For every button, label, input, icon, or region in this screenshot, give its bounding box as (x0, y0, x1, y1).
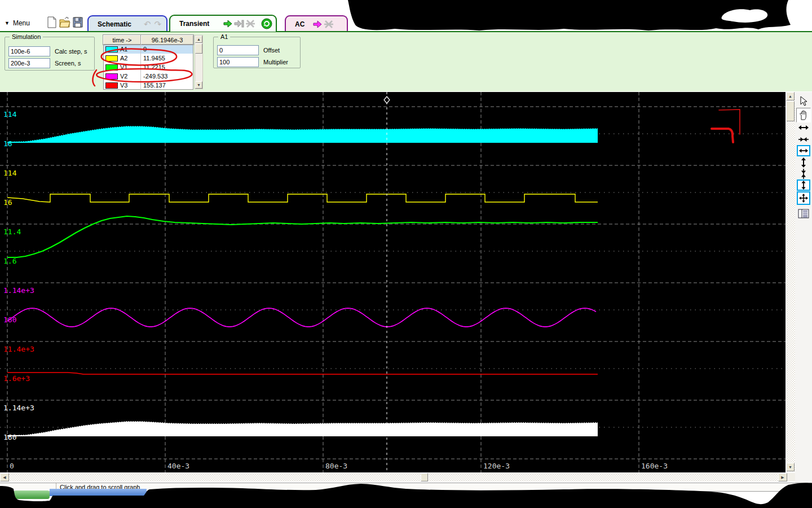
hscroll-right-icon[interactable]: ▶ (778, 473, 787, 481)
tab-schematic-label: Schematic (89, 20, 131, 28)
calc-step-input[interactable] (8, 46, 50, 56)
menu-dropdown-icon: ▼ (5, 20, 10, 26)
svg-text:1.14e+3: 1.14e+3 (3, 404, 34, 412)
vertical-scrollbar[interactable]: ▲ ▼ (786, 92, 795, 472)
signal-value: 11.2215 (140, 63, 193, 72)
ac-abort-icon[interactable] (324, 19, 334, 29)
menu-label: Menu (13, 19, 30, 27)
signal-rows: A10A211.9455V111.2215V2-249.533V3155.137 (103, 45, 193, 90)
menu-bar: ▼ Menu Schematic ↶ ↷ Transient (0, 15, 812, 31)
signal-name: A1 (120, 46, 140, 52)
svg-text:16: 16 (3, 198, 12, 207)
tab-schematic[interactable]: Schematic ↶ ↷ (87, 15, 167, 32)
simulation-group-label: Simulation (10, 33, 43, 40)
table-row[interactable]: V2-249.533 (104, 72, 193, 81)
signal-swatch[interactable] (105, 64, 118, 71)
open-file-icon[interactable] (59, 16, 70, 28)
hscroll-thumb[interactable] (421, 473, 428, 481)
vscroll-thumb[interactable] (786, 101, 795, 121)
tab-transient[interactable]: Transient (169, 15, 277, 32)
tab-transient-label: Transient (170, 20, 209, 28)
svg-text:160: 160 (3, 433, 16, 441)
run-arrow-icon[interactable] (223, 19, 233, 29)
signal-name: V1 (120, 64, 140, 71)
svg-text:40e-3: 40e-3 (167, 462, 189, 470)
screen-label: Screen, s (55, 60, 81, 67)
signal-name: A2 (120, 55, 140, 62)
title-strip (0, 0, 812, 15)
svg-text:114: 114 (3, 110, 17, 119)
a1-group-label: A1 (218, 33, 230, 40)
table-row[interactable]: A10 (104, 45, 193, 54)
svg-text:160e-3: 160e-3 (641, 462, 668, 470)
svg-text:1.6: 1.6 (3, 257, 16, 265)
taskbar-sliver-green (14, 491, 50, 499)
signal-scroll-down-icon[interactable]: ▼ (195, 81, 202, 89)
screen-input[interactable] (8, 58, 50, 68)
table-row[interactable]: A211.9455 (104, 54, 193, 63)
svg-text:0: 0 (10, 462, 14, 470)
tab-ac[interactable]: AC (285, 15, 348, 32)
multiplier-label: Multiplier (263, 59, 288, 65)
time-value-header[interactable]: 96.1946e-3 (141, 35, 193, 45)
ac-run-arrow-icon[interactable] (312, 19, 323, 29)
signal-name: V2 (120, 73, 140, 80)
signal-swatch[interactable] (105, 46, 118, 52)
signal-swatch[interactable] (105, 73, 118, 80)
status-cell (0, 483, 56, 491)
stretch-x-icon[interactable] (797, 122, 810, 133)
table-row[interactable]: V111.2215 (104, 63, 193, 72)
compress-y-icon[interactable] (797, 168, 810, 179)
signal-scroll-thumb[interactable] (195, 43, 202, 54)
undo-icon[interactable]: ↶ (144, 19, 151, 29)
hscroll-left-icon[interactable]: ◀ (0, 473, 9, 481)
time-header-button[interactable]: time -> (103, 35, 141, 45)
graph-area[interactable]: 114161141611.41.61.14e+316011.4e+31.6e+3… (0, 92, 785, 472)
stretch-y-icon[interactable] (797, 157, 810, 168)
pointer-tool-icon[interactable] (797, 95, 810, 107)
svg-text:11.4: 11.4 (3, 227, 21, 236)
fit-x-icon[interactable] (797, 145, 810, 156)
fit-y-icon[interactable] (797, 179, 810, 191)
taskbar-sliver-blue (50, 489, 147, 496)
svg-text:120e-3: 120e-3 (483, 462, 510, 470)
signal-value: -249.533 (140, 72, 193, 81)
abort-icon[interactable] (245, 19, 255, 29)
signal-table-scrollbar[interactable]: ▲ ▼ (195, 35, 203, 89)
signal-swatch[interactable] (105, 82, 118, 89)
pan-hand-tool-icon[interactable] (796, 108, 811, 122)
signal-value: 155.137 (140, 81, 193, 90)
svg-text:1.6e+3: 1.6e+3 (3, 374, 30, 383)
run-to-icon[interactable] (234, 19, 244, 29)
menu-button[interactable]: ▼ Menu (5, 18, 30, 28)
compress-x-icon[interactable] (797, 134, 810, 145)
vscroll-down-icon[interactable]: ▼ (786, 463, 795, 471)
signal-name: V3 (120, 82, 140, 89)
offset-input[interactable] (217, 45, 259, 55)
simulation-groupbox: Simulation Calc step, s Screen, s (5, 37, 95, 71)
legend-panel-icon[interactable] (797, 207, 810, 220)
signal-value: 0 (140, 45, 193, 54)
signal-table: time -> 96.1946e-3 A10A211.9455V111.2215… (103, 35, 193, 89)
graph-svg: 114161141611.41.61.14e+316011.4e+31.6e+3… (0, 92, 785, 472)
vscroll-up-icon[interactable]: ▲ (786, 92, 795, 100)
svg-text:16: 16 (3, 139, 12, 148)
control-panel: Simulation Calc step, s Screen, s time -… (0, 32, 812, 91)
svg-text:11.4e+3: 11.4e+3 (3, 345, 34, 353)
save-icon[interactable] (72, 16, 83, 28)
svg-text:1.14e+3: 1.14e+3 (3, 286, 34, 295)
horizontal-scrollbar[interactable]: ◀ ▶ (0, 473, 787, 481)
signal-swatch[interactable] (105, 55, 118, 62)
multiplier-input[interactable] (217, 57, 259, 67)
svg-text:80e-3: 80e-3 (325, 462, 347, 470)
redo-icon[interactable]: ↷ (155, 19, 162, 29)
signal-value: 11.9455 (140, 54, 193, 63)
table-row[interactable]: V3155.137 (104, 81, 193, 90)
tab-ac-label: AC (286, 20, 304, 28)
new-file-icon[interactable] (46, 16, 58, 28)
a1-groupbox: A1 Offset Multiplier (213, 37, 301, 68)
svg-text:114: 114 (3, 169, 17, 177)
refresh-run-icon[interactable] (261, 18, 272, 29)
signal-scroll-up-icon[interactable]: ▲ (195, 36, 202, 43)
fit-all-icon[interactable] (797, 191, 810, 205)
